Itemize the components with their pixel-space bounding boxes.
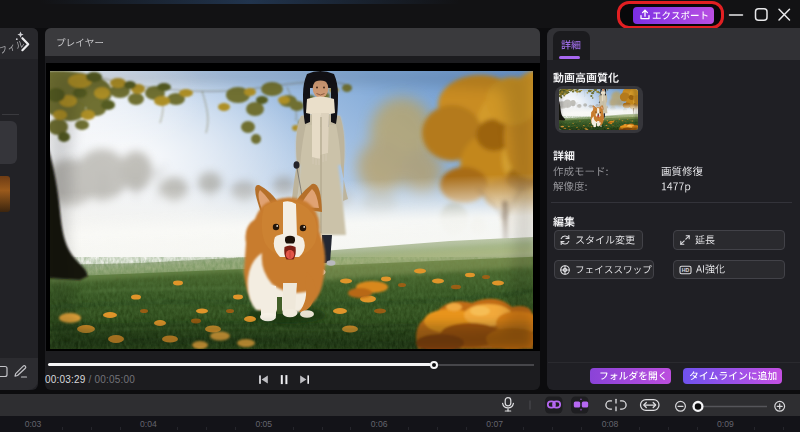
svg-text:HD: HD (682, 267, 690, 273)
